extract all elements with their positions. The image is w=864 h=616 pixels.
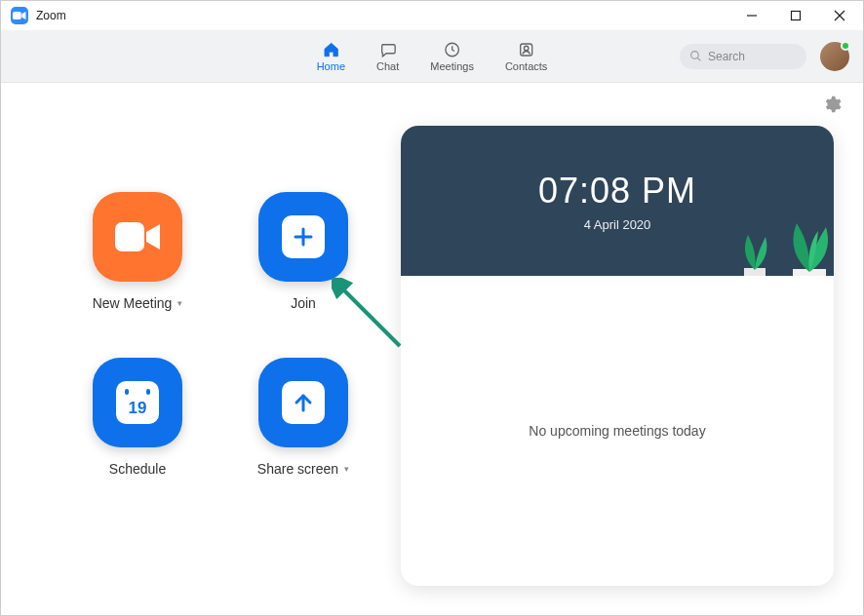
plant-decoration-icon [775,206,834,276]
search-icon [689,50,702,62]
window-title: Zoom [36,9,66,22]
tab-label: Meetings [430,60,474,72]
chevron-down-icon[interactable]: ▾ [177,298,182,308]
tab-contacts[interactable]: Contacts [505,41,547,72]
settings-button[interactable] [822,95,842,114]
window-controls [729,1,861,30]
action-grid: New Meeting ▾ Join 19 Schedule [69,126,372,586]
tab-chat[interactable]: Chat [376,41,399,72]
new-meeting-tile [93,192,182,282]
join-tile [258,192,348,282]
new-meeting-button[interactable]: New Meeting ▾ [69,192,206,338]
svg-point-8 [691,52,699,59]
schedule-tile: 19 [93,358,182,447]
profile-button[interactable] [820,42,849,71]
close-button[interactable] [817,1,861,30]
svg-point-7 [524,46,529,51]
search-placeholder: Search [708,50,745,63]
share-screen-tile [258,358,348,447]
calendar-header: 07:08 PM 4 April 2020 [401,126,834,276]
titlebar-left: Zoom [11,7,66,24]
chevron-down-icon[interactable]: ▾ [344,464,349,474]
calendar-panel: 07:08 PM 4 April 2020 No upcoming meetin… [401,126,834,586]
clock-date: 4 April 2020 [584,217,651,232]
svg-rect-2 [791,12,800,20]
contacts-icon [518,41,535,58]
search-input[interactable]: Search [680,44,806,69]
share-screen-button[interactable]: Share screen ▾ [235,358,372,504]
action-label: New Meeting ▾ [93,295,183,311]
presence-indicator [841,41,850,51]
calendar-body: No upcoming meetings today [401,276,834,586]
titlebar: Zoom [1,1,863,30]
video-icon [112,218,163,255]
svg-rect-10 [115,222,144,251]
calendar-card[interactable]: 07:08 PM 4 April 2020 No upcoming meetin… [401,126,834,586]
clock-time: 07:08 PM [538,171,696,212]
tab-meetings[interactable]: Meetings [430,41,474,72]
tab-label: Home [317,60,345,72]
toolbar: Home Chat Meetings Contacts Search [1,30,863,83]
calendar-empty-text: No upcoming meetings today [529,423,705,439]
gear-icon [822,95,842,114]
schedule-button[interactable]: 19 Schedule [69,358,206,504]
main-content: New Meeting ▾ Join 19 Schedule [1,126,863,615]
svg-rect-0 [13,12,21,19]
arrow-up-icon [282,381,325,424]
tab-home[interactable]: Home [317,41,345,72]
toolbar-right: Search [680,42,849,71]
action-label: Schedule [109,461,166,477]
chat-icon [379,41,397,58]
action-label: Join [291,295,316,311]
home-icon [322,41,339,58]
plant-decoration-icon [730,221,779,276]
nav-tabs: Home Chat Meetings Contacts [317,41,548,72]
action-label: Share screen ▾ [257,461,349,477]
plus-icon [282,215,325,258]
join-button[interactable]: Join [235,192,372,338]
tab-label: Chat [376,60,399,72]
calendar-icon: 19 [116,381,159,424]
minimize-button[interactable] [729,1,773,30]
svg-line-9 [697,58,700,60]
clock-icon [444,41,461,58]
settings-row [1,83,863,126]
zoom-logo-icon [11,7,28,24]
tab-label: Contacts [505,60,547,72]
maximize-button[interactable] [773,1,817,30]
